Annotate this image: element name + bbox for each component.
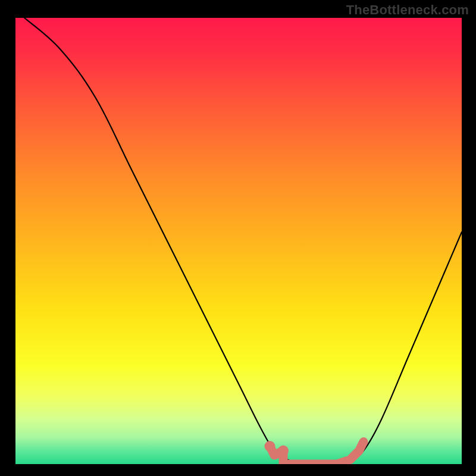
watermark-text: TheBottleneck.com (346, 2, 469, 18)
bottleneck-chart (0, 0, 476, 476)
highlight-dot (278, 446, 289, 456)
chart-stage: TheBottleneck.com (0, 0, 476, 476)
highlight-dot (265, 441, 275, 452)
plot-background (15, 18, 462, 464)
